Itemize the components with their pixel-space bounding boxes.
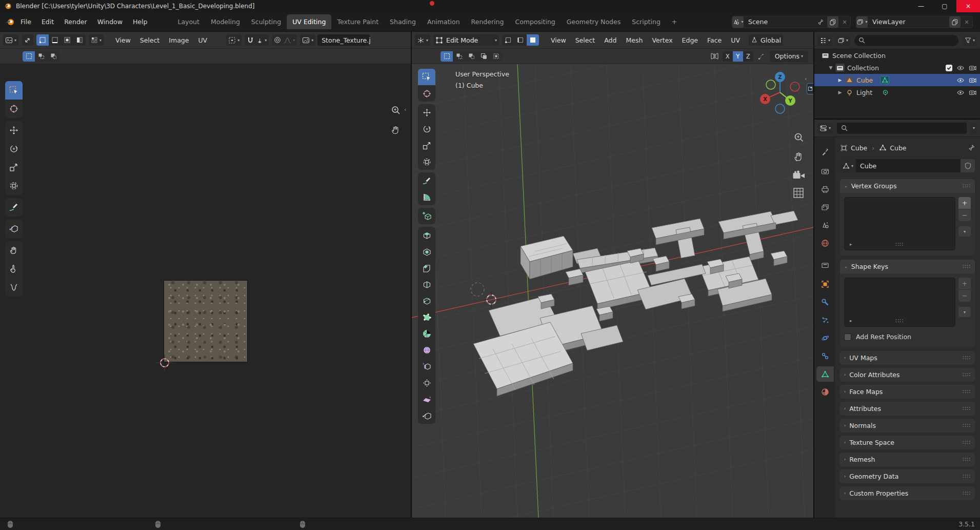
uv-tool-annotate[interactable] xyxy=(5,198,23,217)
vp-menu-select[interactable]: Select xyxy=(571,35,600,46)
remove-shape-key-button[interactable]: − xyxy=(958,290,971,302)
options-button[interactable]: Options ▾ xyxy=(770,51,808,62)
menu-edit[interactable]: Edit xyxy=(36,16,59,28)
minimize-button[interactable]: — xyxy=(909,0,933,12)
snapping-group[interactable]: ▾ xyxy=(245,34,269,46)
uv-tool-select-box[interactable] xyxy=(5,81,23,100)
mirror-y-button[interactable]: Y xyxy=(733,51,743,62)
vp-menu-uv[interactable]: UV xyxy=(726,35,745,46)
remove-viewlayer-icon[interactable]: × xyxy=(961,18,972,26)
filter-button[interactable]: ▾ xyxy=(963,35,977,46)
uv-select-edge-button[interactable] xyxy=(49,34,61,46)
vp-tool-add-cube[interactable] xyxy=(418,208,435,224)
vp-tool-rotate[interactable] xyxy=(418,121,435,137)
tab-scripting[interactable]: Scripting xyxy=(626,14,666,29)
pivot-point-button[interactable]: ▾ xyxy=(226,34,242,46)
tab-particles[interactable] xyxy=(816,312,834,328)
drag-handle-icon[interactable]: ∷∷ xyxy=(963,405,971,412)
vp-tool-bevel[interactable] xyxy=(418,260,435,276)
viewport-scene[interactable] xyxy=(412,64,813,518)
panel-color-attributes[interactable]: ›Color Attributes∷∷ xyxy=(840,368,975,382)
properties-search-input[interactable] xyxy=(837,123,967,134)
breadcrumb-object[interactable]: Cube xyxy=(851,144,867,152)
uv-tool-transform[interactable] xyxy=(5,176,23,195)
properties-options-button[interactable]: ▾ xyxy=(971,123,977,134)
vp-tool-annotate[interactable] xyxy=(418,172,435,189)
outliner-row-cube[interactable]: ▶ Cube xyxy=(814,74,980,86)
fake-user-button[interactable] xyxy=(961,159,975,172)
drag-handle-icon[interactable]: ∷∷ xyxy=(963,456,971,463)
transform-orientation-button[interactable]: Global xyxy=(749,34,783,46)
collapse-arrow-icon[interactable]: ‹ xyxy=(805,75,807,82)
tab-world[interactable] xyxy=(816,235,834,251)
tab-compositing[interactable]: Compositing xyxy=(509,14,561,29)
panel-normals[interactable]: ›Normals∷∷ xyxy=(840,419,975,433)
sticky-selection-button[interactable]: ▾ xyxy=(89,34,104,46)
tab-scene[interactable] xyxy=(816,218,834,233)
select-mode-new-button[interactable] xyxy=(23,51,35,62)
face-mode-button[interactable] xyxy=(527,34,539,46)
camera-restrict-icon[interactable] xyxy=(969,77,977,84)
uv-tool-2d-cursor[interactable] xyxy=(5,100,23,118)
shape-keys-list[interactable]: ▸ ∷∷ xyxy=(844,278,955,327)
tab-constraints[interactable] xyxy=(816,348,834,364)
new-viewlayer-button[interactable] xyxy=(949,16,961,28)
disclosure-open-icon[interactable]: ▼ xyxy=(828,65,834,70)
unlink-scene-icon[interactable]: × xyxy=(839,18,850,26)
properties-editor[interactable]: ▾ ▾ Cube xyxy=(814,120,980,518)
uv-select-vertex-button[interactable] xyxy=(36,34,49,46)
remove-vertex-group-button[interactable]: − xyxy=(958,209,971,221)
navigation-gizmo[interactable]: Z X Y xyxy=(756,69,804,116)
vp-tool-rip-region[interactable] xyxy=(418,407,435,424)
vp-tool-poly-build[interactable] xyxy=(418,309,435,325)
outliner-row-collection[interactable]: ▼ Collection xyxy=(814,62,980,74)
shape-key-specials-button[interactable]: ▾ xyxy=(958,307,971,317)
vertex-mode-button[interactable] xyxy=(502,34,514,46)
menu-file[interactable]: File xyxy=(15,16,36,28)
gizmo-z-label[interactable]: Z xyxy=(778,74,782,80)
scene-browse-button[interactable]: ▾ xyxy=(732,16,744,28)
mode-selector[interactable]: Edit Mode ▾ xyxy=(433,34,499,46)
uv-tool-pinch[interactable] xyxy=(5,278,23,297)
drag-handle-icon[interactable]: ∷∷ xyxy=(963,355,971,361)
panel-texture-space[interactable]: ›Texture Space∷∷ xyxy=(840,436,975,449)
tab-view-layer[interactable] xyxy=(816,200,834,215)
panel-attributes[interactable]: ›Attributes∷∷ xyxy=(840,402,975,416)
add-shape-key-button[interactable]: + xyxy=(958,278,971,289)
add-rest-position-checkbox[interactable] xyxy=(844,333,851,341)
drag-handle-icon[interactable]: ∷∷ xyxy=(963,422,971,429)
vertex-groups-list[interactable]: ▸ ∷∷ xyxy=(844,197,955,250)
pan-hand-icon[interactable] xyxy=(793,151,805,163)
uv-menu-select[interactable]: Select xyxy=(135,35,165,46)
list-filter-expander-icon[interactable]: ▸ xyxy=(850,318,852,323)
vp-tool-smooth[interactable] xyxy=(418,342,435,358)
uv-editor[interactable]: ▾ ▾ View Select Image UV ▾ xyxy=(0,32,411,518)
uv-menu-image[interactable]: Image xyxy=(164,35,193,46)
tab-modifiers[interactable] xyxy=(816,295,834,310)
sidebar-tab[interactable] xyxy=(807,83,813,94)
vp-tool-shrink-fatten[interactable] xyxy=(418,375,435,391)
vp-menu-face[interactable]: Face xyxy=(703,35,726,46)
zoom-in-icon[interactable] xyxy=(391,105,401,115)
vp-tool-shear[interactable] xyxy=(418,391,435,407)
tab-shading[interactable]: Shading xyxy=(384,14,422,29)
zoom-in-icon[interactable] xyxy=(793,132,805,143)
select-mode-subtract-button[interactable] xyxy=(465,51,477,62)
vp-tool-loop-cut[interactable] xyxy=(418,276,435,292)
vp-tool-measure[interactable] xyxy=(418,189,435,205)
viewlayer-selector[interactable]: ▾ ViewLayer × xyxy=(856,16,973,28)
image-name-field[interactable]: Stone_Texture.j xyxy=(317,34,370,46)
mirror-x-button[interactable]: X xyxy=(723,51,733,62)
menu-help[interactable]: Help xyxy=(128,16,153,28)
properties-type-button[interactable]: ▾ xyxy=(817,123,833,134)
list-filter-expander-icon[interactable]: ▸ xyxy=(850,242,852,247)
menu-render[interactable]: Render xyxy=(59,16,92,28)
eye-icon[interactable] xyxy=(956,65,965,71)
editor-type-button[interactable]: ▾ xyxy=(415,34,430,46)
vp-menu-vertex[interactable]: Vertex xyxy=(647,35,677,46)
camera-restrict-icon[interactable] xyxy=(969,89,977,96)
disclosure-closed-icon[interactable]: ▶ xyxy=(837,90,843,95)
vp-tool-spin[interactable] xyxy=(418,325,435,342)
list-resize-grip-icon[interactable]: ∷∷ xyxy=(895,318,904,324)
panel-shape-keys[interactable]: ⌄ Shape Keys ∷∷ ▸ ∷∷ + − ▾ xyxy=(840,260,975,347)
